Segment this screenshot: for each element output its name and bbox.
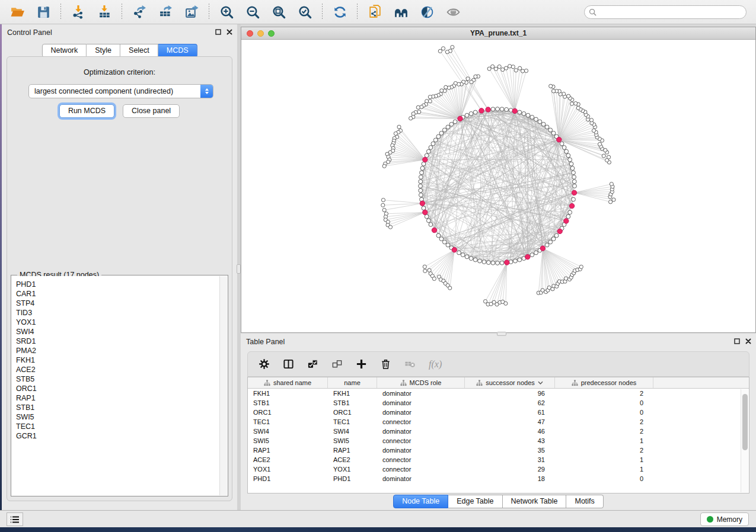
import-network-button[interactable]	[69, 3, 87, 21]
import-network-icon	[71, 5, 86, 20]
column-header-name[interactable]: name	[328, 377, 377, 388]
task-history-button[interactable]	[7, 512, 23, 526]
search-input[interactable]	[596, 7, 746, 17]
maximize-window-icon[interactable]	[268, 30, 275, 37]
hide-graphics-button[interactable]	[418, 3, 436, 21]
table-row[interactable]: RAP1RAP1dominator352	[248, 446, 749, 455]
float-panel-icon[interactable]	[734, 338, 740, 344]
close-window-icon[interactable]	[247, 30, 253, 37]
memory-button[interactable]: Memory	[700, 512, 749, 526]
show-columns-button[interactable]	[283, 358, 294, 370]
table-row[interactable]: FKH1FKH1dominator962	[248, 389, 749, 398]
node-table[interactable]: shared namenameMCDS rolesuccessor nodesp…	[247, 377, 749, 493]
zoom-out-button[interactable]	[244, 3, 261, 21]
network-window-titlebar[interactable]: YPA_prune.txt_1	[241, 27, 755, 40]
run-mcds-button[interactable]: Run MCDS	[59, 104, 114, 118]
mcds-result-node[interactable]: SWI5	[16, 412, 219, 422]
tab-style[interactable]: Style	[87, 44, 120, 57]
table-row[interactable]: STB1STB1dominator620	[248, 398, 749, 408]
export-table-button[interactable]	[157, 3, 174, 21]
table-row[interactable]: ORC1ORC1dominator610	[248, 408, 749, 417]
table-row[interactable]: YOX1YOX1connector291	[248, 464, 749, 474]
save-button[interactable]	[34, 3, 52, 21]
float-panel-icon[interactable]	[215, 29, 221, 35]
mcds-result-node[interactable]: RAP1	[16, 393, 219, 403]
export-network-button[interactable]	[130, 3, 148, 21]
show-graphics-button[interactable]	[444, 3, 462, 21]
mcds-result-node[interactable]: TEC1	[16, 422, 219, 431]
column-header-successor-nodes[interactable]: successor nodes	[465, 377, 555, 388]
table-row[interactable]: SWI4SWI4dominator462	[248, 427, 749, 436]
table-scrollbar-thumb[interactable]	[742, 394, 748, 450]
zoom-selected-icon	[298, 5, 312, 20]
delete-column-button[interactable]	[380, 358, 391, 370]
column-header-mcds-role[interactable]: MCDS role	[377, 377, 465, 388]
mcds-result-node[interactable]: PMA2	[16, 346, 219, 355]
optimization-criterion-select[interactable]: largest connected component (undirected)	[28, 84, 213, 98]
mcds-result-node[interactable]: SWI4	[16, 327, 219, 336]
table-row[interactable]: PHD1PHD1dominator180	[248, 474, 749, 483]
table-row[interactable]: SWI5SWI5connector431	[248, 436, 749, 446]
delete-table-button[interactable]	[404, 358, 416, 370]
deselect-all-button[interactable]	[331, 358, 343, 370]
mcds-result-node[interactable]: ACE2	[16, 365, 219, 374]
mcds-result-node[interactable]: STP4	[16, 299, 219, 308]
close-panel-icon[interactable]	[745, 338, 751, 344]
column-header-shared-name[interactable]: shared name	[248, 377, 328, 388]
mcds-result-node[interactable]: TID3	[16, 308, 219, 318]
search-box[interactable]	[584, 5, 747, 19]
table-row[interactable]: ACE2ACE2connector311	[248, 455, 749, 464]
zoom-selected-button[interactable]	[296, 3, 314, 21]
cell-name: RAP1	[328, 446, 377, 455]
network-collection-icon	[476, 380, 483, 386]
network-canvas[interactable]	[241, 40, 755, 332]
export-image-icon	[184, 5, 199, 20]
table-row[interactable]: TEC1TEC1connector472	[248, 417, 749, 427]
tab-motifs[interactable]: Motifs	[566, 495, 603, 508]
network-graph[interactable]	[241, 40, 755, 332]
mcds-result-node[interactable]: STB1	[16, 403, 219, 412]
splitter-grip[interactable]	[237, 264, 241, 274]
tab-select[interactable]: Select	[120, 44, 158, 57]
function-builder-button[interactable]: f(x)	[429, 359, 442, 370]
close-panel-button[interactable]: Close panel	[123, 104, 180, 118]
column-header-predecessor-nodes[interactable]: predecessor nodes	[555, 377, 653, 388]
cell-mcds-role: dominator	[377, 427, 465, 436]
create-column-button[interactable]	[356, 358, 367, 370]
import-table-button[interactable]	[95, 3, 113, 21]
table-options-button[interactable]	[259, 358, 270, 370]
mcds-result-scrollbar[interactable]	[219, 276, 227, 495]
tab-network-table[interactable]: Network Table	[503, 495, 567, 508]
cell-mcds-role: connector	[377, 436, 465, 446]
mcds-result-list[interactable]: PHD1CAR1STP4TID3YOX1SWI4SRD1PMA2FKH1ACE2…	[12, 276, 219, 495]
zoom-in-button[interactable]	[218, 3, 235, 21]
tab-node-table[interactable]: Node Table	[393, 495, 448, 508]
tab-edge-table[interactable]: Edge Table	[448, 495, 502, 508]
mcds-result-node[interactable]: ORC1	[16, 384, 219, 393]
export-image-button[interactable]	[183, 3, 200, 21]
cell-predecessor-nodes: 0	[555, 398, 653, 408]
open-file-button[interactable]	[8, 3, 26, 21]
binoculars-button[interactable]	[392, 3, 410, 21]
mcds-result-node[interactable]: STB5	[16, 374, 219, 384]
tab-mcds[interactable]: MCDS	[158, 44, 197, 57]
close-panel-icon[interactable]	[227, 29, 232, 35]
select-all-icon	[307, 358, 318, 370]
mcds-result-node[interactable]: CAR1	[16, 289, 219, 299]
table-scrollbar[interactable]	[741, 389, 748, 492]
duplicate-network-button[interactable]	[366, 3, 384, 21]
refresh-button[interactable]	[331, 3, 349, 21]
mcds-result-node[interactable]: SRD1	[16, 336, 219, 346]
mcds-result-node[interactable]: GCR1	[16, 431, 219, 441]
mcds-result-node[interactable]: FKH1	[16, 355, 219, 365]
tab-network[interactable]: Network	[42, 44, 87, 57]
mcds-result-node[interactable]: YOX1	[16, 318, 219, 327]
network-collection-icon	[400, 380, 407, 386]
optimization-criterion-label: Optimization criterion:	[7, 68, 232, 76]
zoom-fit-button[interactable]	[270, 3, 288, 21]
minimize-window-icon[interactable]	[257, 30, 264, 37]
desktop-wallpaper-edge	[0, 527, 756, 532]
select-all-button[interactable]	[307, 358, 318, 370]
eye-slash-icon	[420, 5, 435, 20]
mcds-result-node[interactable]: PHD1	[16, 280, 219, 289]
